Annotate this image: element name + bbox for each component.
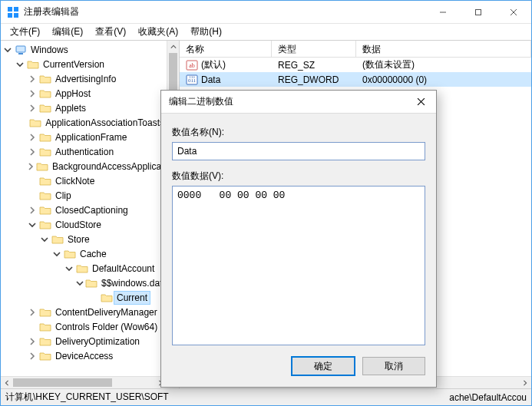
menu-edit[interactable]: 编辑(E) [46,24,89,40]
chevron-right-icon[interactable] [27,74,38,84]
chevron-down-icon[interactable] [51,249,62,259]
svg-rect-2 [8,13,12,18]
chevron-right-icon[interactable] [27,103,38,114]
column-data[interactable]: 数据 [356,41,531,57]
menu-file[interactable]: 文件(F) [4,24,46,40]
tree-scrollbar-horizontal[interactable] [1,376,167,388]
value-data: 0x00000000 (0) [356,74,531,85]
tree-item[interactable]: ClickNote [2,173,167,188]
value-row[interactable]: DataREG_DWORD0x00000000 (0) [180,72,531,87]
maximize-button[interactable] [461,1,496,24]
hex-editor[interactable]: 0000 00 00 00 00 .... [172,186,425,345]
tree-item[interactable]: DeviceAccess [2,348,167,363]
value-name: Data [201,74,220,85]
tree-item[interactable]: DefaultAccount [2,261,167,276]
tree-item[interactable]: Controls Folder (Wow64) [2,319,167,334]
tree-item[interactable]: ClosedCaptioning [2,203,167,217]
tree-item[interactable]: Store [2,232,167,246]
chevron-down-icon[interactable] [2,45,13,55]
tree-item[interactable]: ContentDeliveryManager [2,305,167,319]
folder-icon [29,117,41,128]
tree-item[interactable]: $$windows.data [2,276,167,290]
tree-twisty-none [88,292,99,303]
folder-icon [39,336,51,347]
svg-rect-3 [14,13,18,18]
scroll-left-icon[interactable] [1,377,13,388]
minimize-button[interactable] [425,1,461,24]
chevron-right-icon[interactable] [27,307,38,318]
dialog-title: 编辑二进制数值 [169,95,233,108]
string-value-icon [186,59,198,71]
folder-icon [76,263,88,274]
tree-item[interactable]: Authentication [2,144,167,159]
tree-item[interactable]: Windows [2,42,167,57]
tree-item-label: Current [114,292,150,304]
chevron-down-icon[interactable] [27,220,38,230]
column-name[interactable]: 名称 [180,41,272,57]
folder-icon [39,176,51,186]
chevron-right-icon[interactable] [27,88,38,99]
tree-item-label: Cache [78,248,109,260]
tree-item-label: ClosedCaptioning [53,204,131,216]
tree-item-label: DefaultAccount [90,262,157,275]
chevron-down-icon[interactable] [64,263,74,274]
value-list[interactable]: (默认)REG_SZ(数值未设置)DataREG_DWORD0x00000000… [180,58,531,87]
chevron-right-icon[interactable] [27,161,35,172]
tree-item-label: CloudStore [53,219,104,231]
value-data-label: 数值数据(V): [172,170,425,183]
value-name-input[interactable] [172,142,425,160]
dialog-close-button[interactable] [405,91,436,114]
tree-item[interactable]: DeliveryOptimization [2,334,167,348]
folder-icon [39,220,51,230]
window-title: 注册表编辑器 [24,5,79,18]
value-row[interactable]: (默认)REG_SZ(数值未设置) [180,58,531,72]
tree-twisty-none [27,322,38,332]
menu-favorites[interactable]: 收藏夹(A) [132,24,184,40]
column-type[interactable]: 类型 [272,41,356,57]
scroll-up-icon[interactable] [167,41,180,53]
folder-icon [39,307,51,318]
chevron-down-icon[interactable] [76,278,84,289]
tree-item[interactable]: Applets [2,101,167,115]
tree-item[interactable]: BackgroundAccessApplications [2,159,167,173]
chevron-down-icon[interactable] [15,59,25,70]
tree-item-label: Clip [53,190,74,202]
registry-tree[interactable]: WindowsCurrentVersionAdvertisingInfoAppH… [1,41,167,376]
tree-item-label: $$windows.data [99,277,167,289]
dword-value-icon [186,74,198,86]
folder-icon [101,292,113,303]
tree-item[interactable]: Current [2,290,167,305]
tree-item[interactable]: ApplicationFrame [2,130,167,144]
chevron-right-icon[interactable] [27,351,38,361]
tree-item-label: AppHost [53,87,93,100]
folder-icon [27,59,39,70]
chevron-right-icon[interactable] [27,147,38,157]
chevron-right-icon[interactable] [27,336,38,347]
scroll-right-icon[interactable] [519,377,531,388]
folder-icon [64,249,76,259]
tree-item-label: Authentication [53,146,116,158]
cancel-button[interactable]: 取消 [362,357,425,375]
tree-item[interactable]: CloudStore [2,217,167,232]
tree-item[interactable]: AdvertisingInfo [2,71,167,86]
close-button[interactable] [496,1,531,24]
tree-item[interactable]: AppHost [2,86,167,101]
tree-twisty-none [27,190,38,201]
menu-view[interactable]: 查看(V) [89,24,132,40]
tree-twisty-none [27,176,38,186]
ok-button[interactable]: 确定 [292,357,355,375]
svg-rect-0 [8,7,12,12]
tree-item[interactable]: ApplicationAssociationToasts [2,115,167,130]
value-list-header: 名称 类型 数据 [180,41,531,58]
folder-icon [85,278,97,289]
chevron-right-icon[interactable] [27,205,38,216]
chevron-down-icon[interactable] [39,234,50,245]
tree-item[interactable]: CurrentVersion [2,57,167,71]
folder-icon [39,351,51,361]
tree-item[interactable]: Clip [2,188,167,203]
menu-help[interactable]: 帮助(H) [184,24,228,40]
chevron-right-icon[interactable] [27,132,38,143]
tree-item[interactable]: Cache [2,246,167,261]
tree-item-label: DeliveryOptimization [53,335,142,348]
tree-item-label: ClickNote [53,175,97,187]
